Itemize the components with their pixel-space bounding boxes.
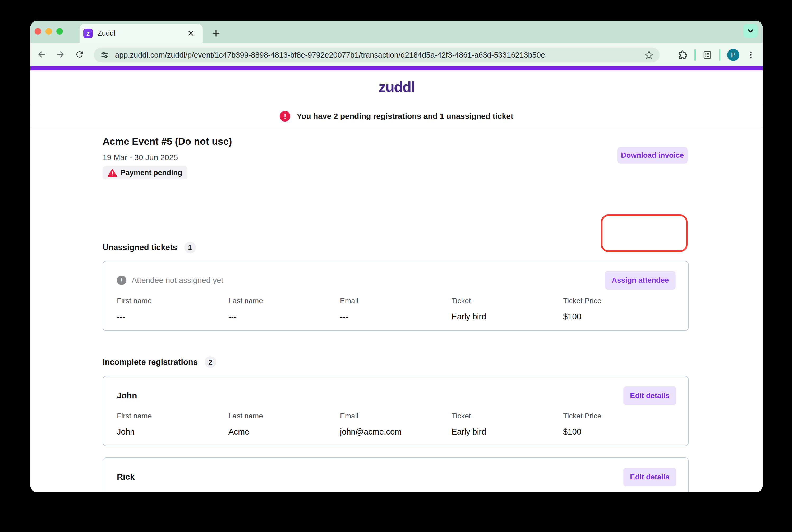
profile-avatar[interactable]: P: [727, 49, 739, 61]
url-bar[interactable]: app.zuddl.com/zuddl/p/event/1c47b399-889…: [94, 48, 660, 62]
info-exclamation-icon: !: [117, 276, 126, 285]
reading-list-icon[interactable]: [702, 50, 713, 60]
registrant-name: John: [117, 391, 137, 400]
incomplete-section-header: Incomplete registrations 2: [103, 356, 216, 368]
zuddl-logo: zuddl: [31, 78, 763, 95]
page-body: zuddl ! You have 2 pending registrations…: [31, 70, 763, 492]
field-label: Email: [340, 412, 452, 420]
main-content: Acme Event #5 (Do not use) 19 Mar - 30 J…: [103, 128, 689, 492]
field-value: Acme: [228, 427, 340, 437]
pending-alert: ! You have 2 pending registrations and 1…: [31, 105, 763, 128]
notice-text: Attendee not assigned yet: [132, 276, 223, 285]
new-tab-button[interactable]: [210, 27, 222, 40]
payment-status-label: Payment pending: [121, 169, 182, 177]
event-title: Acme Event #5 (Do not use): [103, 136, 232, 147]
browser-menu-icon[interactable]: [746, 51, 755, 59]
browser-window: z Zuddl: [31, 21, 763, 492]
browser-tab[interactable]: z Zuddl: [79, 24, 203, 43]
field-label: Email: [340, 297, 452, 305]
ticket-fields: First name--- Last name--- Email--- Tick…: [117, 297, 676, 321]
field-value: ---: [340, 312, 452, 321]
reload-icon[interactable]: [74, 49, 86, 60]
field-value: ---: [228, 312, 340, 321]
download-invoice-button[interactable]: Download invoice: [617, 147, 687, 164]
close-window-button[interactable]: [35, 28, 41, 35]
extensions-puzzle-icon[interactable]: [678, 50, 687, 60]
fullscreen-window-button[interactable]: [56, 28, 63, 35]
event-dates: 19 Mar - 30 Jun 2025: [103, 153, 178, 162]
unassigned-count-badge: 1: [184, 242, 196, 253]
incomplete-count-badge: 2: [205, 356, 216, 368]
field-label: Ticket Price: [563, 297, 675, 305]
field-label: First name: [117, 412, 228, 420]
minimize-window-button[interactable]: [45, 28, 52, 35]
field-label: Ticket: [452, 297, 563, 305]
alert-exclamation-icon: !: [280, 111, 290, 121]
browser-toolbar: app.zuddl.com/zuddl/p/event/1c47b399-889…: [31, 43, 763, 66]
unassigned-ticket-card: ! Attendee not assigned yet Assign atten…: [103, 261, 689, 331]
unassigned-heading: Unassigned tickets: [103, 243, 178, 252]
field-value: john@acme.com: [340, 427, 452, 437]
field-value: Early bird: [452, 312, 563, 321]
toolbar-separator: [719, 49, 720, 61]
url-text: app.zuddl.com/zuddl/p/event/1c47b399-889…: [115, 51, 644, 59]
toolbar-actions: P: [678, 48, 755, 62]
registrant-name: Rick: [117, 472, 135, 482]
field-label: Last name: [228, 297, 340, 305]
tab-title: Zuddl: [97, 29, 115, 38]
assign-attendee-annotation: [601, 214, 687, 252]
unassigned-notice: ! Attendee not assigned yet: [117, 276, 223, 285]
bookmark-star-icon[interactable]: [644, 50, 654, 60]
incomplete-heading: Incomplete registrations: [103, 357, 198, 367]
alert-text: You have 2 pending registrations and 1 u…: [297, 112, 513, 121]
site-settings-icon[interactable]: [100, 51, 109, 59]
field-value: $100: [563, 312, 675, 321]
unassigned-section-header: Unassigned tickets 1: [103, 242, 196, 253]
chevron-down-icon[interactable]: [743, 24, 758, 38]
window-controls: [35, 28, 63, 35]
assign-attendee-button[interactable]: Assign attendee: [605, 271, 676, 289]
edit-details-button[interactable]: Edit details: [623, 386, 676, 405]
field-label: First name: [117, 297, 228, 305]
brand-accent-bar: [31, 66, 763, 70]
zuddl-favicon-icon: z: [83, 28, 93, 38]
field-label: Ticket Price: [563, 412, 675, 420]
warning-triangle-icon: [108, 169, 117, 177]
registration-card: John Edit details First nameJohn Last na…: [103, 376, 689, 446]
tab-close-icon[interactable]: [186, 29, 195, 38]
ticket-fields: First nameJohn Last nameAcme Emailjohn@a…: [117, 412, 676, 437]
forward-icon[interactable]: [55, 49, 66, 60]
field-value: John: [117, 427, 228, 437]
edit-details-button[interactable]: Edit details: [623, 468, 676, 486]
field-value: ---: [117, 312, 228, 321]
field-value: Early bird: [452, 427, 563, 437]
field-label: Ticket: [452, 412, 563, 420]
registration-card: Rick Edit details First nameRick Last na…: [103, 457, 689, 492]
tab-strip: z Zuddl: [31, 21, 763, 43]
field-value: $100: [563, 427, 675, 437]
back-icon[interactable]: [36, 49, 47, 60]
field-label: Last name: [228, 412, 340, 420]
payment-status-badge: Payment pending: [103, 166, 187, 179]
toolbar-separator: [695, 49, 696, 61]
